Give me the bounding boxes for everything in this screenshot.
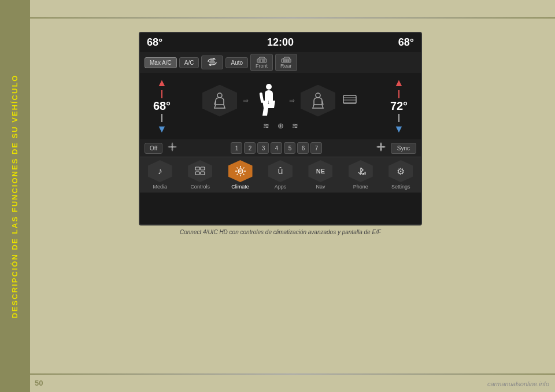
svg-rect-28 (195, 172, 199, 175)
right-temp-up-arrow[interactable]: ▲ (394, 77, 404, 89)
left-temp-line-bottom (161, 114, 162, 122)
front-defrost-button[interactable]: Front (250, 54, 273, 71)
front-defrost-icon (257, 56, 267, 63)
nav-label-controls: Controls (190, 184, 210, 190)
fan-icon-right (376, 142, 386, 154)
rear-label: Rear (280, 63, 292, 69)
chapter-title: DESCRIPCIÓN DE LAS FUNCIONES DE SU VEHÍC… (11, 74, 20, 318)
top-status-bar: 68° 12:00 68° (140, 33, 421, 52)
rear-vent-icon (341, 91, 358, 110)
controls-icon (195, 167, 205, 176)
nav-icon-ne: NE (316, 168, 325, 175)
clock-display: 12:00 (267, 36, 294, 49)
nav-item-media[interactable]: ♪ Media (140, 157, 180, 193)
nav-item-settings[interactable]: ⚙ Settings (381, 157, 421, 193)
seat-heat-icon-3[interactable]: ≋ (292, 121, 298, 130)
screen-caption: Connect 4/UIC HD con controles de climat… (139, 229, 422, 235)
seat-heat-icon-1[interactable]: ≋ (263, 121, 269, 130)
left-temp-up-arrow[interactable]: ▲ (157, 77, 167, 89)
front-label: Front (256, 63, 268, 69)
nav-hex-controls (188, 160, 212, 182)
fan-left-svg (167, 142, 177, 152)
fan-icon-left (167, 142, 177, 154)
nav-item-phone[interactable]: Phone (341, 157, 380, 193)
svg-rect-3 (210, 60, 214, 61)
media-icon: ♪ (158, 166, 162, 176)
left-seat-icon (202, 85, 237, 117)
right-seat-svg (309, 92, 327, 109)
right-temp-down-arrow[interactable]: ▼ (394, 123, 404, 135)
seat-heat-row: ≋ ⊕ ≋ (263, 121, 298, 130)
right-temp-line-top (398, 90, 399, 98)
ac-button[interactable]: A/C (179, 57, 199, 68)
nav-item-controls[interactable]: Controls (180, 157, 220, 193)
svg-rect-26 (195, 167, 199, 170)
watermark: carmanualsonline.info (487, 380, 549, 387)
nav-hex-nav: NE (308, 160, 332, 182)
svg-point-30 (238, 169, 243, 173)
sync-button[interactable]: Sync (391, 143, 416, 154)
seat-heat-icon-2[interactable]: ⊕ (278, 121, 284, 130)
nav-item-climate[interactable]: Climate (220, 157, 260, 193)
nav-hex-apps: û (268, 160, 293, 182)
seat-display-area: ⇒ (179, 82, 382, 130)
left-temp-down-arrow[interactable]: ▼ (157, 123, 167, 135)
left-temp-control: ▲ 68° ▼ (145, 77, 179, 135)
svg-rect-4 (257, 59, 267, 62)
rear-defrost-button[interactable]: Rear (275, 54, 297, 71)
svg-text:↓: ↓ (267, 99, 270, 105)
svg-rect-27 (201, 167, 205, 170)
decorative-line-bottom (30, 373, 555, 375)
nav-hex-climate (228, 160, 253, 182)
nav-item-apps[interactable]: û Apps (260, 157, 300, 193)
speed-btn-1[interactable]: 1 (231, 142, 242, 154)
nav-label-phone: Phone (353, 184, 368, 190)
left-temp-display: 68° (147, 36, 170, 49)
speed-btn-7[interactable]: 7 (310, 142, 322, 154)
rear-defrost-icon (281, 56, 291, 63)
speed-btn-6[interactable]: 6 (297, 142, 309, 154)
speed-btn-3[interactable]: 3 (257, 142, 269, 154)
page-number: 50 (35, 379, 43, 387)
svg-rect-31 (363, 173, 364, 175)
decorative-line-top (30, 17, 555, 19)
left-sidebar: DESCRIPCIÓN DE LAS FUNCIONES DE SU VEHÍC… (0, 0, 30, 392)
speed-btn-4[interactable]: 4 (271, 142, 282, 154)
recirculate-icon (206, 58, 218, 66)
nav-label-climate: Climate (231, 184, 249, 190)
right-temp-line-bottom (398, 114, 399, 122)
svg-rect-17 (259, 93, 264, 103)
svg-point-19 (316, 93, 320, 98)
right-temp-value: 72° (390, 99, 408, 113)
nav-item-nav[interactable]: NE Nav (301, 157, 341, 193)
nav-label-media: Media (153, 184, 167, 190)
nav-label-settings: Settings (391, 184, 410, 190)
right-temp-display: 68° (391, 36, 414, 49)
nav-hex-phone (349, 160, 373, 182)
infotainment-screen: 68° 12:00 68° Max A/C A/C Auto (139, 32, 422, 225)
nav-hex-media: ♪ (148, 160, 172, 182)
fan-off-button[interactable]: Off (145, 143, 162, 154)
seat-top-row: ⇒ (202, 82, 358, 119)
speed-btn-2[interactable]: 2 (244, 142, 256, 154)
left-temp-line-top (161, 90, 162, 98)
climate-button-bar: Max A/C A/C Auto (140, 52, 421, 73)
left-seat-svg (211, 92, 228, 109)
driver-seat-icon: ↓ (254, 82, 283, 119)
navigation-bar: ♪ Media Controls (140, 157, 421, 193)
driver-seat-svg: ↓ (254, 82, 283, 117)
svg-point-16 (266, 84, 272, 90)
rear-vent-svg (341, 91, 358, 108)
auto-button[interactable]: Auto (225, 57, 248, 68)
airflow-arrows-left: ⇒ (243, 97, 249, 105)
screen-container: 68° 12:00 68° Max A/C A/C Auto (139, 32, 422, 252)
speed-btn-5[interactable]: 5 (284, 142, 295, 154)
max-ac-button[interactable]: Max A/C (145, 57, 177, 68)
recirculate-button[interactable] (201, 56, 223, 69)
climate-main-area: ▲ 68° ▼ (140, 73, 421, 139)
climate-icon (235, 165, 246, 177)
apps-icon: û (278, 166, 283, 176)
svg-rect-32 (364, 172, 365, 175)
nav-hex-settings: ⚙ (388, 160, 413, 182)
fan-right-svg (376, 142, 386, 152)
